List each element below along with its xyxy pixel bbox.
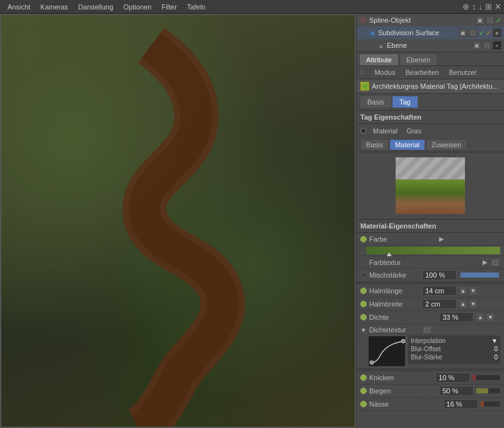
ebene-label: Ebene	[387, 42, 471, 49]
halmbreite-radio[interactable]	[360, 301, 367, 307]
naesse-radio[interactable]	[360, 401, 367, 407]
farbe-expand[interactable]: ▶	[439, 235, 444, 242]
menu-optionen[interactable]: Optionen	[118, 2, 157, 12]
subtab-benutzer[interactable]: Benutzer	[447, 68, 479, 77]
material-option[interactable]: Material	[370, 127, 400, 135]
blur-offset-value[interactable]: 0	[485, 346, 498, 352]
subdiv-vis2[interactable]: ⬚	[469, 28, 478, 37]
halmbreite-label: Halmbreite	[369, 300, 420, 308]
mischstaerke-label: Mischstärke	[369, 271, 420, 279]
blur-staerke-label: Blur-Stärke	[411, 354, 442, 361]
naesse-dots: . . . . .	[422, 400, 440, 408]
color-bar[interactable]	[367, 247, 500, 254]
dichtetextur-row: ▼ Dichtetextur ⬚	[357, 324, 504, 369]
ebene-vis1[interactable]: ▣	[472, 41, 481, 50]
subdiv-row-icons: ▣ ⬚ ✓ ✓ ■	[459, 28, 501, 37]
graph-box[interactable]	[368, 335, 406, 367]
halmbreite-down[interactable]: ▼	[469, 300, 477, 308]
ebene-icon: ▲	[377, 41, 386, 50]
knicken-dots: . . .	[422, 374, 432, 381]
dtex-btn[interactable]: ⬚	[422, 325, 432, 334]
properties-section: Farbe . . . . ▶ Farbtextur ▶ ⬚	[357, 233, 504, 428]
naesse-slider[interactable]	[481, 402, 500, 407]
radio-dot-material[interactable]	[360, 128, 367, 134]
dichte-up[interactable]: ▲	[476, 313, 484, 321]
knicken-row: Knicken . . . 10 %	[357, 371, 504, 385]
tab-tag[interactable]: Tag	[392, 96, 418, 108]
ebene-vis2[interactable]: ⬚	[483, 41, 491, 50]
bmz-basis[interactable]: Basis	[360, 139, 389, 150]
arrow-up-icon[interactable]: ↕	[472, 2, 476, 11]
spline-vis2[interactable]: ⬚	[486, 16, 495, 25]
biegen-value[interactable]: 50 %	[439, 386, 474, 396]
knicken-label: Knicken	[369, 374, 420, 381]
interp-value[interactable]: ▼	[485, 337, 498, 344]
biegen-slider[interactable]	[476, 388, 500, 393]
svg-point-5	[308, 296, 310, 298]
tree-row-ebene[interactable]: ▲ Ebene ▣ ⬚ ■	[357, 39, 504, 52]
arrow-down-icon[interactable]: ↓	[479, 2, 483, 11]
halmlaenge-up[interactable]: ▲	[459, 287, 467, 295]
menu-ansicht[interactable]: Ansicht	[3, 2, 35, 12]
dichte-row: Dichte . . . . 33 % ▲ ▼	[357, 311, 504, 324]
dichte-down[interactable]: ▼	[486, 313, 494, 321]
menu-tafeln[interactable]: Tafeln	[182, 2, 210, 12]
halmbreite-value[interactable]: 2 cm	[422, 299, 457, 309]
move-icon[interactable]: ⊕	[462, 2, 469, 11]
window-icon[interactable]: ⊞	[485, 2, 492, 11]
misch-radio[interactable]	[360, 272, 367, 278]
knicken-radio[interactable]	[360, 374, 367, 381]
naesse-value[interactable]: 16 %	[444, 399, 478, 409]
knicken-value[interactable]: 10 %	[435, 373, 470, 383]
spline-row-icons: ▣ ⬚ ✓	[476, 16, 501, 25]
ebene-vis3[interactable]: ■	[493, 41, 501, 50]
close-icon[interactable]: ✕	[495, 2, 501, 11]
dtex-expand[interactable]: ▼	[360, 327, 367, 334]
naesse-row: Nässe . . . . . 16 %	[357, 398, 504, 411]
graph-svg	[369, 336, 406, 367]
mischstaerke-slider[interactable]	[461, 273, 499, 278]
bmz-material[interactable]: Material	[389, 139, 425, 150]
material-preview-box	[396, 157, 465, 214]
tag-eigenschaften-label: Tag Eigenschaften	[357, 111, 504, 124]
viewport-path	[0, 14, 356, 428]
gras-option[interactable]: Gras	[404, 127, 424, 135]
halmlaenge-down[interactable]: ▼	[469, 287, 477, 295]
subdiv-vis1[interactable]: ▣	[459, 28, 467, 37]
knicken-slider[interactable]	[472, 375, 500, 380]
bmz-tabs: Basis Material Zuweisen	[357, 138, 504, 152]
biegen-radio[interactable]	[360, 388, 367, 394]
dichte-radio[interactable]	[360, 314, 367, 320]
dichte-value[interactable]: 33 %	[439, 312, 474, 322]
tab-attribute[interactable]: Attribute	[359, 54, 399, 65]
farbe-row: Farbe . . . . ▶	[357, 233, 504, 245]
blur-staerke-value[interactable]: 0	[485, 354, 498, 361]
tree-row-spline[interactable]: ⬡ Spline-Objekt ▣ ⬚ ✓	[357, 14, 504, 26]
tab-basis[interactable]: Basis	[360, 96, 391, 108]
farbtextur-expand[interactable]: ▶	[483, 259, 488, 266]
spline-label: Spline-Objekt	[369, 16, 474, 24]
tab-ebenen[interactable]: Ebenen	[399, 54, 437, 65]
farbtextur-btn[interactable]: ⬚	[490, 258, 500, 267]
menu-kameras[interactable]: Kameras	[35, 2, 73, 12]
menu-filter[interactable]: Filter	[156, 2, 181, 12]
viewport[interactable]	[0, 14, 356, 428]
svg-point-4	[49, 264, 52, 267]
halmlaenge-value[interactable]: 14 cm	[422, 286, 457, 296]
naesse-fill	[481, 402, 484, 407]
mischstaerke-fill	[461, 273, 499, 278]
farbe-radio[interactable]	[360, 236, 367, 242]
panel-tabs: Attribute Ebenen	[357, 52, 504, 66]
subtab-modus[interactable]: Modus	[372, 68, 398, 77]
object-tree: ⬡ Spline-Objekt ▣ ⬚ ✓ ◈ Subdivision Surf…	[357, 14, 504, 52]
menu-darstellung[interactable]: Darstellung	[73, 2, 118, 12]
mischstaerke-value[interactable]: 100 %	[422, 270, 457, 280]
bmz-zuweisen[interactable]: Zuweisen	[426, 139, 467, 150]
subdiv-extra[interactable]: ■	[493, 28, 501, 37]
spline-vis1[interactable]: ▣	[476, 16, 484, 25]
halmlaenge-radio[interactable]	[360, 288, 367, 294]
subtab-bearbeiten[interactable]: Bearbeiten	[403, 68, 441, 77]
mischstaerke-row: Mischstärke 100 %	[357, 269, 504, 282]
halmbreite-up[interactable]: ▲	[459, 300, 467, 308]
tree-row-subdiv[interactable]: ◈ Subdivision Surface ▣ ⬚ ✓ ✓ ■	[357, 26, 504, 39]
